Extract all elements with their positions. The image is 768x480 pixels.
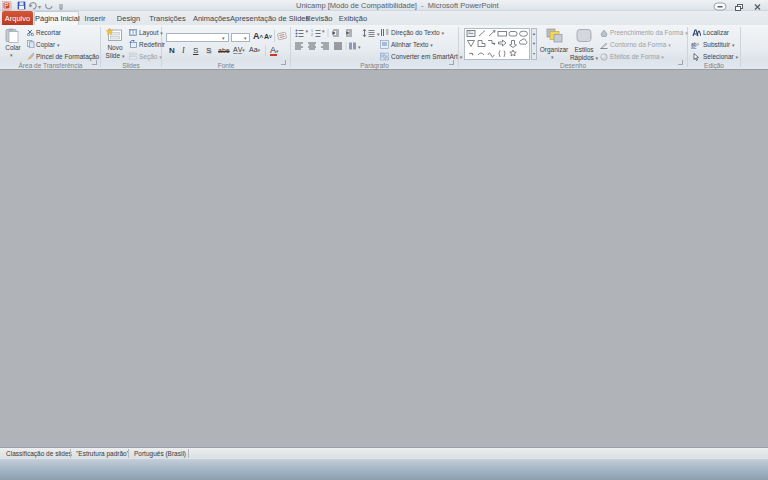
svg-text:▾: ▾ bbox=[322, 29, 325, 34]
svg-text:P: P bbox=[4, 2, 8, 9]
svg-text:2: 2 bbox=[311, 33, 313, 37]
svg-text:ac: ac bbox=[691, 44, 697, 49]
svg-text:▾: ▾ bbox=[38, 4, 41, 10]
svg-text:▾: ▾ bbox=[306, 29, 309, 34]
